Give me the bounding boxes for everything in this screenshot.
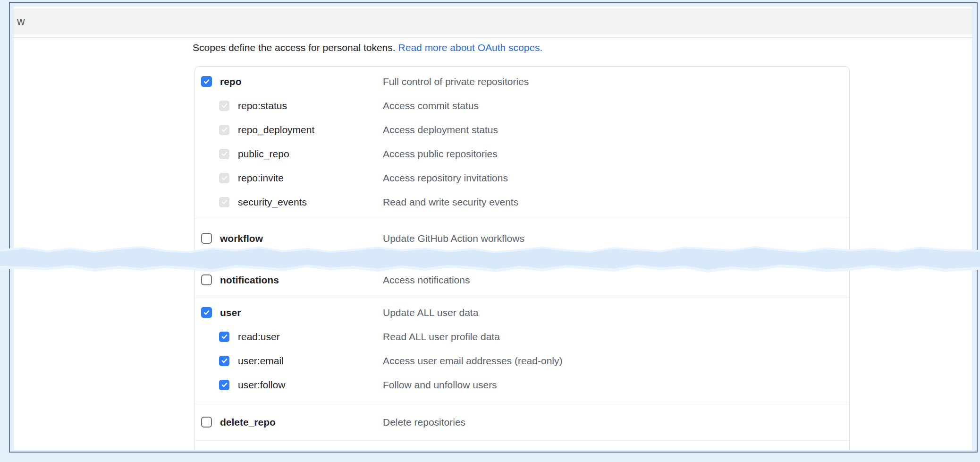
scope-description: Full control of private repositories <box>383 76 529 87</box>
scope-description: Access notifications <box>383 274 470 286</box>
scope-description: Access public repositories <box>383 148 498 160</box>
scope-group-delete_repo: delete_repoDelete repositories <box>195 404 849 441</box>
scope-description: Read ALL user profile data <box>383 331 500 342</box>
scope-row: user:followFollow and unfollow users <box>195 373 849 397</box>
scope-row: userUpdate ALL user data <box>195 300 849 325</box>
scope-label-repo[interactable]: repo <box>220 76 242 87</box>
scope-label-public_repo: public_repo <box>238 148 289 160</box>
checkbox-repo-invite <box>219 173 229 183</box>
scope-description: Read and write security events <box>383 197 518 208</box>
scope-row: security_eventsRead and write security e… <box>195 190 849 214</box>
scope-row: user:emailAccess user email addresses (r… <box>195 349 849 373</box>
scope-group-user: userUpdate ALL user dataread:userRead AL… <box>195 298 849 404</box>
token-scopes-page: w Scopes define the access for personal … <box>14 7 972 450</box>
scope-row: delete_repoDelete repositories <box>195 410 849 434</box>
scope-description: Access commit status <box>383 100 479 111</box>
checkbox-delete_repo[interactable] <box>201 417 212 428</box>
scope-label-user-email[interactable]: user:email <box>238 355 284 367</box>
checkbox-security_events <box>219 197 229 207</box>
scope-label-repo_deployment: repo_deployment <box>238 124 314 136</box>
scope-description: Access deployment status <box>383 124 498 136</box>
checkbox-user-email[interactable] <box>219 356 229 366</box>
checkbox-user[interactable] <box>201 307 212 318</box>
scope-row: notificationsAccess notifications <box>195 268 849 292</box>
scope-label-workflow[interactable]: workflow <box>220 233 263 244</box>
header-label: w <box>14 9 972 34</box>
scope-label-read-user[interactable]: read:user <box>238 331 280 342</box>
scope-description: Access user email addresses (read-only) <box>383 355 562 367</box>
scope-row: repoFull control of private repositories <box>195 69 849 94</box>
scope-row: repo_deploymentAccess deployment status <box>195 118 849 142</box>
scopes-list: repoFull control of private repositories… <box>194 66 850 450</box>
checkbox-workflow[interactable] <box>201 233 212 244</box>
scope-label-notifications[interactable]: notifications <box>220 274 279 286</box>
header-divider <box>14 37 972 38</box>
screenshot-root: w Scopes define the access for personal … <box>0 0 980 462</box>
scope-label-delete_repo[interactable]: delete_repo <box>220 417 276 428</box>
intro-text: Scopes define the access for personal to… <box>193 42 396 53</box>
scope-row: read:userRead ALL user profile data <box>195 325 849 349</box>
scopes-intro: Scopes define the access for personal to… <box>193 41 542 55</box>
scope-row: workflowUpdate GitHub Action workflows <box>195 226 849 250</box>
scope-label-repo-status: repo:status <box>238 100 287 111</box>
scope-row: repo:inviteAccess repository invitations <box>195 166 849 190</box>
scope-row: public_repoAccess public repositories <box>195 142 849 166</box>
checkbox-user-follow[interactable] <box>219 380 229 390</box>
scope-label-user[interactable]: user <box>220 307 241 318</box>
scope-description: Follow and unfollow users <box>383 379 497 391</box>
checkbox-public_repo <box>219 149 229 159</box>
scope-description: Delete repositories <box>383 417 465 428</box>
scope-group-notifications: notificationsAccess notifications <box>195 258 849 298</box>
checkbox-notifications[interactable] <box>201 274 212 285</box>
scope-group-repo: repoFull control of private repositories… <box>195 67 849 219</box>
checkbox-repo[interactable] <box>201 76 212 87</box>
scope-description: Access repository invitations <box>383 172 508 184</box>
checkbox-read-user[interactable] <box>219 332 229 342</box>
checkbox-repo_deployment <box>219 125 229 135</box>
scope-row: repo:statusAccess commit status <box>195 94 849 118</box>
checkbox-repo-status <box>219 101 229 111</box>
scope-label-security_events: security_events <box>238 197 307 208</box>
scope-label-repo-invite: repo:invite <box>238 172 284 184</box>
scope-description: Update GitHub Action workflows <box>383 233 524 244</box>
scope-label-user-follow[interactable]: user:follow <box>238 379 285 391</box>
scope-group-workflow: workflowUpdate GitHub Action workflows <box>195 219 849 258</box>
page-header-bar: w <box>14 9 972 34</box>
scope-description: Update ALL user data <box>383 307 478 318</box>
oauth-scopes-link[interactable]: Read more about OAuth scopes. <box>398 42 543 53</box>
